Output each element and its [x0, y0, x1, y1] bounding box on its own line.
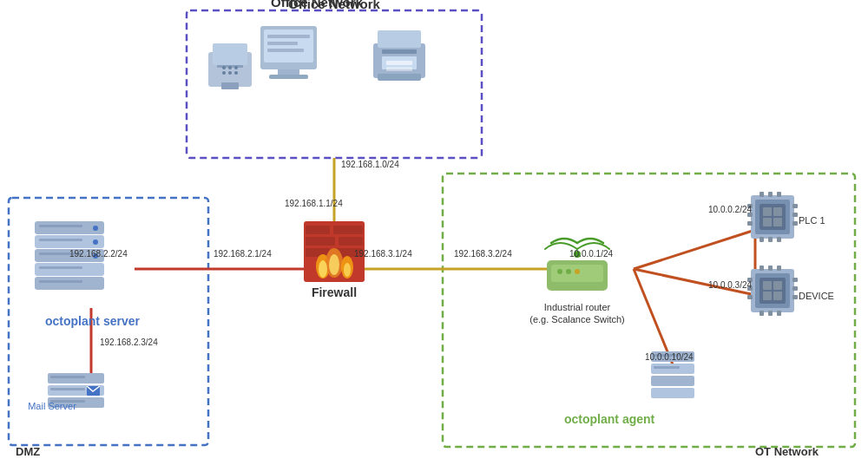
- svg-rect-12: [213, 43, 247, 65]
- ip-plc1-label: 10.0.0.2/24: [708, 205, 752, 214]
- svg-rect-116: [654, 354, 680, 357]
- svg-rect-24: [269, 75, 308, 79]
- svg-point-15: [222, 66, 226, 69]
- ip-device-label: 10.0.0.3/24: [708, 280, 752, 290]
- ip-router-left-label: 192.168.3.2/24: [454, 249, 512, 259]
- svg-rect-109: [773, 281, 782, 290]
- svg-rect-21: [260, 26, 317, 69]
- svg-rect-103: [777, 266, 781, 271]
- svg-rect-110: [763, 292, 772, 300]
- svg-rect-22: [264, 30, 313, 62]
- svg-rect-40: [306, 248, 330, 257]
- svg-rect-62: [48, 385, 104, 396]
- svg-rect-32: [386, 61, 412, 65]
- svg-point-60: [93, 253, 98, 259]
- svg-rect-39: [339, 237, 363, 246]
- office-network-title: Office Network: [288, 0, 381, 11]
- svg-point-42: [316, 254, 330, 279]
- mail-server-label: Mail Server: [28, 401, 76, 411]
- svg-rect-57: [39, 280, 82, 283]
- svg-rect-56: [39, 266, 82, 269]
- svg-rect-37: [333, 226, 363, 234]
- svg-rect-117: [654, 366, 680, 369]
- svg-point-70: [574, 251, 581, 258]
- svg-point-71: [557, 269, 562, 274]
- svg-rect-97: [747, 295, 753, 299]
- svg-rect-53: [39, 225, 82, 227]
- ip-mail-label: 192.168.2.3/24: [100, 338, 158, 347]
- svg-rect-67: [87, 386, 100, 396]
- plc1-label: PLC 1: [799, 215, 825, 226]
- svg-rect-31: [382, 56, 417, 69]
- firewall-label: Firewall: [312, 285, 357, 299]
- svg-rect-78: [747, 221, 753, 226]
- svg-point-17: [234, 66, 238, 69]
- svg-rect-100: [792, 295, 798, 299]
- svg-point-59: [93, 239, 98, 245]
- svg-rect-77: [747, 213, 753, 217]
- svg-point-18: [222, 71, 226, 75]
- svg-point-19: [228, 71, 232, 75]
- svg-rect-11: [208, 52, 252, 87]
- svg-rect-49: [35, 235, 104, 248]
- svg-rect-84: [777, 192, 781, 197]
- ip-ot-server-label: 10.0.0.10/24: [645, 352, 694, 362]
- svg-rect-94: [755, 273, 790, 308]
- svg-rect-96: [747, 286, 753, 291]
- svg-rect-86: [768, 237, 773, 242]
- svg-rect-52: [35, 277, 104, 290]
- svg-point-73: [575, 269, 580, 274]
- svg-rect-106: [777, 311, 781, 316]
- svg-line-8: [634, 269, 755, 295]
- svg-rect-63: [48, 397, 104, 408]
- svg-rect-13: [217, 65, 243, 68]
- svg-rect-54: [39, 239, 82, 241]
- svg-point-47: [344, 263, 351, 277]
- ot-network-label: OT Network: [755, 445, 819, 458]
- svg-point-46: [329, 254, 339, 275]
- svg-point-43: [326, 248, 343, 278]
- svg-rect-38: [306, 237, 335, 246]
- svg-rect-55: [39, 252, 82, 255]
- svg-rect-61: [48, 373, 104, 384]
- svg-rect-33: [386, 67, 412, 71]
- svg-rect-65: [50, 388, 85, 390]
- svg-rect-66: [50, 400, 85, 403]
- svg-rect-113: [651, 364, 694, 374]
- svg-rect-36: [306, 226, 330, 234]
- svg-rect-28: [373, 43, 425, 78]
- svg-line-7: [634, 230, 755, 269]
- svg-point-72: [566, 269, 571, 274]
- svg-point-44: [341, 256, 353, 279]
- svg-rect-74: [751, 195, 794, 239]
- octoplant-agent-label: octoplant agent: [564, 412, 655, 426]
- ip-office-label: 192.168.1.0/24: [341, 160, 399, 169]
- svg-rect-30: [382, 49, 417, 54]
- ip-server-right-label: 192.168.2.2/24: [69, 249, 128, 259]
- svg-rect-50: [35, 249, 104, 262]
- svg-point-16: [228, 66, 232, 69]
- svg-rect-99: [792, 286, 798, 291]
- dmz-label: DMZ: [16, 445, 40, 458]
- svg-rect-95: [747, 278, 753, 282]
- svg-rect-34: [378, 74, 421, 81]
- svg-rect-89: [763, 207, 772, 216]
- octoplant-server-label: octoplant server: [45, 314, 140, 328]
- router-label-2: (e.g. Scalance Switch): [529, 314, 624, 324]
- ip-fw-left-label: 192.168.2.1/24: [214, 249, 272, 259]
- svg-rect-104: [760, 311, 764, 316]
- svg-rect-64: [50, 376, 85, 378]
- svg-rect-93: [751, 269, 794, 312]
- svg-rect-82: [760, 192, 764, 197]
- svg-rect-114: [651, 376, 694, 386]
- svg-rect-90: [773, 207, 782, 216]
- svg-point-45: [319, 260, 327, 278]
- svg-rect-48: [35, 221, 104, 234]
- svg-rect-115: [651, 388, 694, 398]
- svg-rect-75: [755, 200, 790, 234]
- svg-rect-1: [9, 198, 208, 445]
- svg-rect-88: [760, 204, 786, 230]
- svg-rect-87: [777, 237, 781, 242]
- svg-rect-23: [278, 69, 299, 76]
- svg-rect-68: [547, 260, 608, 291]
